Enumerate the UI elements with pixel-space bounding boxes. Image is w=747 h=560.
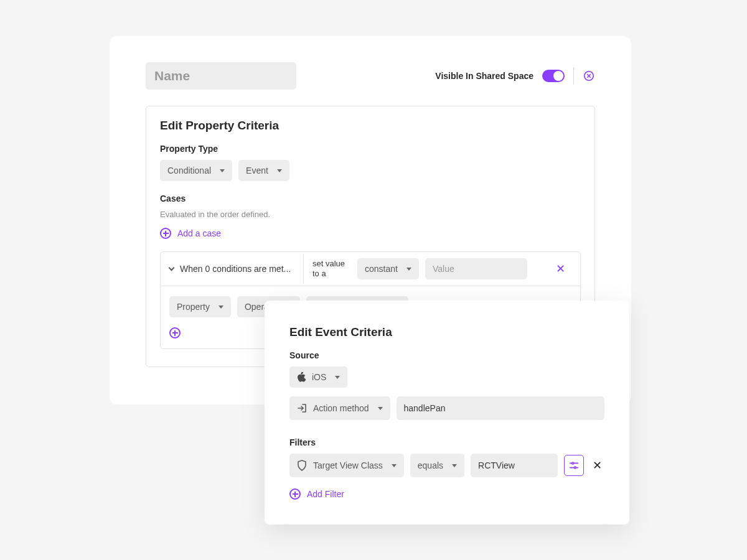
case-summary-text: When 0 conditions are met... bbox=[180, 264, 291, 274]
svg-point-4 bbox=[574, 467, 576, 469]
chevron-down-icon bbox=[452, 464, 457, 467]
remove-case-button[interactable]: ✕ bbox=[541, 262, 580, 276]
set-value-to-label: set value to a bbox=[312, 259, 351, 278]
chevron-down-icon bbox=[392, 464, 397, 467]
case-summary-toggle[interactable]: When 0 conditions are met... bbox=[161, 254, 304, 284]
condition-property-dropdown[interactable]: Property bbox=[169, 296, 231, 317]
dropdown-label: Conditional bbox=[167, 166, 211, 175]
action-icon bbox=[297, 403, 307, 413]
close-icon: ✕ bbox=[556, 263, 565, 275]
card-header-row: Visible In Shared Space bbox=[146, 62, 595, 90]
source-label: Source bbox=[289, 350, 604, 360]
filters-label: Filters bbox=[289, 437, 604, 447]
dropdown-label: iOS bbox=[312, 372, 326, 382]
panel-title: Edit Event Criteria bbox=[289, 325, 604, 339]
dropdown-label: Property bbox=[177, 302, 210, 312]
add-filter-button[interactable]: Add Filter bbox=[289, 488, 344, 500]
cases-label: Cases bbox=[160, 194, 581, 203]
case-value-controls: set value to a constant bbox=[304, 252, 541, 286]
filter-attribute-dropdown[interactable]: Target View Class bbox=[289, 454, 404, 477]
filter-tune-button[interactable] bbox=[564, 455, 584, 476]
chevron-down-icon bbox=[277, 169, 282, 172]
panel-title: Edit Property Criteria bbox=[160, 119, 581, 133]
visibility-toggle[interactable] bbox=[542, 70, 565, 82]
chevron-down-icon bbox=[406, 268, 411, 271]
shield-icon bbox=[297, 460, 307, 471]
value-type-dropdown[interactable]: constant bbox=[357, 258, 419, 279]
close-icon[interactable] bbox=[583, 70, 595, 82]
svg-point-3 bbox=[572, 462, 574, 464]
add-filter-label: Add Filter bbox=[307, 489, 344, 499]
header-actions: Visible In Shared Space bbox=[435, 67, 595, 85]
chevron-down-icon bbox=[169, 265, 175, 271]
cases-help-text: Evaluated in the order defined. bbox=[160, 210, 581, 219]
visible-in-shared-space-label: Visible In Shared Space bbox=[435, 71, 533, 81]
chevron-down-icon bbox=[218, 306, 223, 309]
action-method-value-input[interactable] bbox=[397, 396, 605, 420]
divider bbox=[573, 67, 574, 85]
source-dropdown[interactable]: iOS bbox=[289, 366, 347, 388]
dropdown-label: equals bbox=[418, 460, 443, 470]
property-type-dropdown-conditional[interactable]: Conditional bbox=[160, 160, 232, 181]
case-value-input[interactable] bbox=[425, 258, 527, 279]
plus-circle-icon bbox=[160, 228, 171, 239]
chevron-down-icon bbox=[220, 169, 225, 172]
case-header-row: When 0 conditions are met... set value t… bbox=[161, 252, 580, 286]
dropdown-label: Target View Class bbox=[313, 460, 383, 470]
add-case-label: Add a case bbox=[177, 228, 221, 238]
remove-filter-button[interactable]: ✕ bbox=[590, 459, 604, 472]
dropdown-label: Event bbox=[246, 166, 268, 175]
filter-operator-dropdown[interactable]: equals bbox=[410, 454, 464, 477]
property-type-label: Property Type bbox=[160, 144, 581, 154]
filter-value-input[interactable] bbox=[471, 454, 558, 477]
apple-icon bbox=[297, 372, 306, 382]
dropdown-label: constant bbox=[365, 264, 398, 274]
plus-circle-icon bbox=[169, 327, 181, 338]
edit-event-criteria-card: Edit Event Criteria Source iOS Action me… bbox=[265, 301, 629, 525]
action-method-dropdown[interactable]: Action method bbox=[289, 396, 390, 420]
add-case-button[interactable]: Add a case bbox=[160, 228, 221, 239]
name-input[interactable] bbox=[146, 62, 296, 90]
chevron-down-icon bbox=[378, 407, 383, 410]
plus-circle-icon bbox=[289, 488, 301, 500]
property-type-dropdown-event[interactable]: Event bbox=[238, 160, 289, 181]
dropdown-label: Action method bbox=[313, 403, 369, 413]
chevron-down-icon bbox=[335, 376, 340, 379]
